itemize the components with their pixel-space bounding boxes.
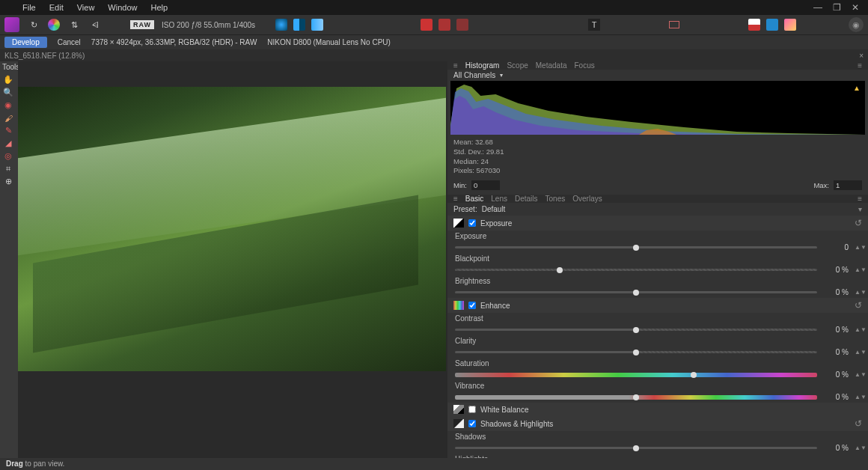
- zoom-tool-icon[interactable]: 🔍: [0, 86, 16, 99]
- tools-panel: ✋ 🔍 ◉ 🖌 ✎ ◢ ◎ ⌗ ⊕: [0, 72, 18, 470]
- develop-button[interactable]: Develop: [4, 37, 47, 48]
- swatch-2-icon[interactable]: [766, 19, 778, 31]
- clipping-warning-icon[interactable]: ▲: [853, 84, 861, 92]
- enhance-reset-icon[interactable]: ↺: [855, 300, 862, 311]
- tab-close-button[interactable]: ×: [859, 52, 864, 60]
- raw-badge: RAW: [130, 20, 154, 29]
- wb-section-icon: [453, 405, 464, 414]
- color-wheel-icon[interactable]: [48, 19, 60, 31]
- tab-lens[interactable]: Lens: [491, 195, 507, 203]
- histogram-stats: Mean: 32.68 Std. Dev.: 29.81 Median: 24 …: [447, 135, 868, 179]
- tab-scope[interactable]: Scope: [507, 61, 528, 70]
- shadows-slider[interactable]: [455, 447, 817, 449]
- wb-section-header: White Balance: [447, 403, 868, 416]
- tab-focus[interactable]: Focus: [574, 61, 594, 70]
- shadows-stepper[interactable]: ▲▼: [855, 446, 861, 450]
- exposure-value[interactable]: 0: [823, 243, 849, 251]
- vibrance-slider[interactable]: [455, 395, 817, 400]
- enhance-toggle[interactable]: [468, 302, 476, 309]
- window-maximize-button[interactable]: ❐: [833, 2, 841, 13]
- enhance-section-icon: [453, 301, 464, 310]
- brightness-slider[interactable]: [455, 291, 817, 293]
- clarity-slider[interactable]: [455, 351, 817, 353]
- tab-histogram[interactable]: Histogram: [465, 61, 500, 70]
- menu-edit[interactable]: Edit: [49, 3, 64, 12]
- swatch-1-icon[interactable]: [748, 19, 760, 31]
- enhance-section-header: Enhance ↺: [447, 298, 868, 313]
- clarity-value[interactable]: 0 %: [823, 348, 849, 356]
- brush-tool-icon[interactable]: 🖌: [0, 112, 16, 124]
- redeye-tool-icon[interactable]: ◉: [0, 99, 16, 112]
- exposure-toggle[interactable]: [468, 219, 476, 227]
- panel-menu-2-icon[interactable]: ≡: [858, 195, 862, 203]
- exposure-stepper[interactable]: ▲▼: [855, 245, 861, 249]
- cancel-button[interactable]: Cancel: [58, 38, 81, 46]
- blackpoint-stepper[interactable]: ▲▼: [855, 268, 861, 272]
- contrast-slider[interactable]: [455, 329, 817, 331]
- tab-overlays[interactable]: Overlays: [572, 195, 602, 203]
- brightness-value[interactable]: 0 %: [823, 288, 849, 296]
- titlebar: File Edit View Window Help — ❐ ✕: [0, 0, 868, 15]
- tone-map-3-icon[interactable]: [311, 19, 323, 31]
- chevron-down-icon: ▾: [500, 72, 503, 79]
- mirror-icon[interactable]: ⇅: [67, 18, 81, 31]
- clarity-stepper[interactable]: ▲▼: [855, 350, 861, 354]
- warning-1-icon[interactable]: [421, 19, 433, 31]
- radial-tool-icon[interactable]: ◎: [0, 150, 16, 162]
- saturation-stepper[interactable]: ▲▼: [855, 373, 861, 376]
- warning-2-icon[interactable]: [438, 19, 450, 31]
- max-input[interactable]: [834, 180, 862, 190]
- blackpoint-value[interactable]: 0 %: [823, 266, 849, 274]
- menu-file[interactable]: File: [22, 3, 36, 12]
- share-icon[interactable]: ⩤: [88, 18, 102, 31]
- hand-tool-icon[interactable]: ✋: [0, 73, 16, 86]
- sh-toggle[interactable]: [468, 420, 476, 427]
- vibrance-value[interactable]: 0 %: [823, 393, 849, 401]
- min-input[interactable]: [471, 180, 500, 190]
- refresh-icon[interactable]: ↻: [27, 18, 40, 31]
- window-minimize-button[interactable]: —: [813, 2, 822, 13]
- preset-chevron-icon[interactable]: ▾: [858, 205, 862, 213]
- tab-details[interactable]: Details: [515, 195, 538, 203]
- tab-metadata[interactable]: Metadata: [536, 61, 567, 70]
- window-close-button[interactable]: ✕: [852, 2, 859, 13]
- preset-dropdown[interactable]: Default: [482, 205, 506, 213]
- swatch-3-icon[interactable]: [784, 19, 796, 31]
- panel-menu-icon[interactable]: ≡: [858, 61, 862, 70]
- wb-toggle[interactable]: [468, 406, 476, 413]
- gradient-tool-icon[interactable]: ◢: [0, 137, 16, 150]
- tone-map-2-icon[interactable]: [293, 19, 305, 31]
- warning-3-icon[interactable]: [456, 19, 468, 31]
- menubar: File Edit View Window Help: [3, 3, 168, 12]
- menu-help[interactable]: Help: [150, 3, 168, 12]
- channels-dropdown[interactable]: All Channels▾: [447, 70, 868, 81]
- saturation-value[interactable]: 0 %: [823, 370, 849, 379]
- info-panel-tabs: ≡ Histogram Scope Metadata Focus ≡: [447, 61, 868, 70]
- overlay-brush-icon[interactable]: ✎: [0, 124, 16, 137]
- text-tool-icon[interactable]: T: [588, 19, 600, 31]
- tab-basic[interactable]: Basic: [465, 195, 483, 203]
- exposure-section-icon: [453, 219, 464, 228]
- shadows-value[interactable]: 0 %: [823, 444, 849, 452]
- menu-view[interactable]: View: [77, 3, 95, 12]
- user-avatar-icon[interactable]: ◉: [849, 17, 864, 32]
- crop-tool-icon[interactable]: ⌗: [0, 162, 16, 175]
- brightness-stepper[interactable]: ▲▼: [855, 290, 861, 294]
- tone-map-1-icon[interactable]: [275, 19, 287, 31]
- contrast-stepper[interactable]: ▲▼: [855, 328, 861, 332]
- tab-tones[interactable]: Tones: [545, 195, 566, 203]
- clone-tool-icon[interactable]: ⊕: [0, 175, 16, 188]
- exposure-slider[interactable]: [455, 246, 817, 248]
- document-tab[interactable]: KLS_6518.NEF (12.8%): [4, 52, 85, 60]
- contrast-slider-label: Contrast: [455, 314, 861, 323]
- contrast-value[interactable]: 0 %: [823, 326, 849, 334]
- blackpoint-slider[interactable]: [455, 269, 817, 271]
- menu-window[interactable]: Window: [108, 3, 137, 12]
- crop-preset-icon[interactable]: [667, 18, 681, 31]
- vibrance-stepper[interactable]: ▲▼: [855, 395, 861, 399]
- saturation-slider[interactable]: [455, 373, 817, 377]
- exposure-reset-icon[interactable]: ↺: [855, 218, 862, 228]
- sh-reset-icon[interactable]: ↺: [855, 418, 862, 429]
- canvas-image[interactable]: [18, 87, 446, 371]
- app-logo-icon[interactable]: [4, 17, 19, 32]
